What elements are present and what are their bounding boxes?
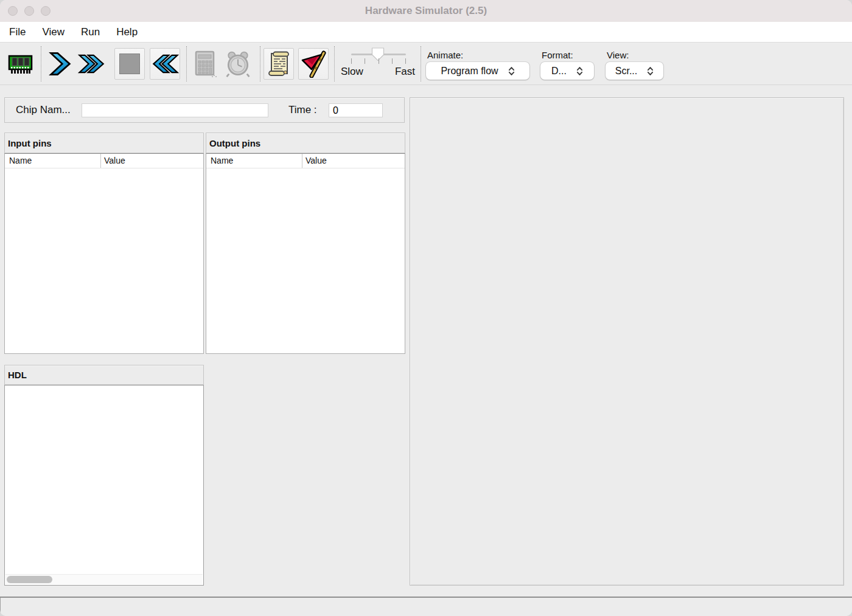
hdl-horizontal-scrollbar[interactable] xyxy=(5,574,203,584)
app-window: Hardware Simulator (2.5) File View Run H… xyxy=(0,0,852,616)
slider-slow-label: Slow xyxy=(341,66,363,78)
toolbar-separator xyxy=(41,46,41,81)
chevron-right-icon xyxy=(47,50,74,77)
toolbar-separator xyxy=(421,46,421,81)
menu-run[interactable]: Run xyxy=(81,26,100,38)
chevron-up-down-icon xyxy=(647,66,654,77)
chevron-up-down-icon xyxy=(508,66,515,77)
animate-label: Animate: xyxy=(426,50,529,60)
chip-display-area xyxy=(410,97,844,586)
chevron-up-down-icon xyxy=(576,66,583,77)
toolbar-separator xyxy=(260,46,260,81)
calculator-icon xyxy=(192,49,218,78)
hdl-title: HDL xyxy=(4,365,204,385)
slider-fast-label: Fast xyxy=(395,66,415,78)
input-pins-table: Name Value xyxy=(4,153,204,354)
format-value: D... xyxy=(551,66,567,77)
column-header-value[interactable]: Value xyxy=(302,154,405,168)
column-header-value[interactable]: Value xyxy=(101,154,203,168)
stop-button[interactable] xyxy=(114,48,145,80)
load-chip-button[interactable] xyxy=(5,48,36,80)
clock-button[interactable] xyxy=(223,48,253,80)
view-select[interactable]: Scr... xyxy=(606,62,663,80)
menu-file[interactable]: File xyxy=(9,26,26,38)
input-pins-panel: Input pins Name Value xyxy=(4,133,204,354)
column-header-name[interactable]: Name xyxy=(5,154,101,168)
double-chevron-left-icon xyxy=(150,50,180,77)
stop-square-icon xyxy=(119,54,140,74)
minimize-button[interactable] xyxy=(24,6,34,16)
reset-button[interactable] xyxy=(150,48,180,80)
toolbar-separator xyxy=(334,46,335,81)
toolbar-separator xyxy=(186,46,187,81)
view-group: View: Scr... xyxy=(606,50,663,80)
traffic-lights xyxy=(8,6,51,16)
title-bar[interactable]: Hardware Simulator (2.5) xyxy=(0,0,852,22)
input-pins-title: Input pins xyxy=(4,133,204,153)
window-title: Hardware Simulator (2.5) xyxy=(0,0,852,22)
chip-name-input[interactable] xyxy=(82,103,268,117)
double-chevron-right-icon xyxy=(77,50,106,77)
alarm-clock-icon xyxy=(223,49,253,78)
slider-labels: Slow Fast xyxy=(341,66,415,78)
view-label: View: xyxy=(606,50,663,60)
hdl-scrollbar-thumb[interactable] xyxy=(7,576,52,583)
format-select[interactable]: D... xyxy=(540,62,594,80)
hdl-content[interactable] xyxy=(4,385,204,586)
eval-button[interactable] xyxy=(190,48,220,80)
flag-icon xyxy=(299,50,327,78)
run-button[interactable] xyxy=(77,48,107,80)
output-pins-table: Name Value xyxy=(206,153,405,354)
format-label: Format: xyxy=(540,50,594,60)
status-bar xyxy=(0,597,852,616)
chip-name-bar: Chip Nam... Time : xyxy=(4,97,405,123)
script-button[interactable] xyxy=(264,48,294,80)
animate-select[interactable]: Program flow xyxy=(426,62,529,80)
output-pins-rows xyxy=(206,169,405,353)
format-group: Format: D... xyxy=(540,50,594,80)
time-field[interactable] xyxy=(329,103,383,117)
output-pins-title: Output pins xyxy=(206,133,405,153)
menu-help[interactable]: Help xyxy=(116,26,138,38)
slider-ticks xyxy=(351,58,406,64)
hdl-panel: HDL xyxy=(4,365,204,586)
input-pins-table-header: Name Value xyxy=(5,154,203,168)
chip-name-label: Chip Nam... xyxy=(16,104,71,116)
menu-bar: File View Run Help xyxy=(0,22,852,43)
zoom-button[interactable] xyxy=(41,6,51,16)
menu-view[interactable]: View xyxy=(42,26,65,38)
output-pins-table-header: Name Value xyxy=(206,154,405,168)
speed-slider[interactable]: Slow Fast xyxy=(340,43,416,85)
animate-group: Animate: Program flow xyxy=(426,50,529,80)
scroll-icon xyxy=(265,50,292,78)
memory-chip-icon xyxy=(7,50,35,78)
toolbar: Slow Fast Animate: Program flow Format: … xyxy=(0,43,852,85)
column-header-name[interactable]: Name xyxy=(206,154,302,168)
time-label: Time : xyxy=(288,104,317,116)
close-button[interactable] xyxy=(8,6,18,16)
animate-value: Program flow xyxy=(441,66,498,77)
output-pins-panel: Output pins Name Value xyxy=(206,133,405,354)
view-value: Scr... xyxy=(615,66,637,77)
breakpoint-button[interactable] xyxy=(298,48,329,80)
input-pins-rows xyxy=(5,169,203,353)
single-step-button[interactable] xyxy=(45,48,75,80)
